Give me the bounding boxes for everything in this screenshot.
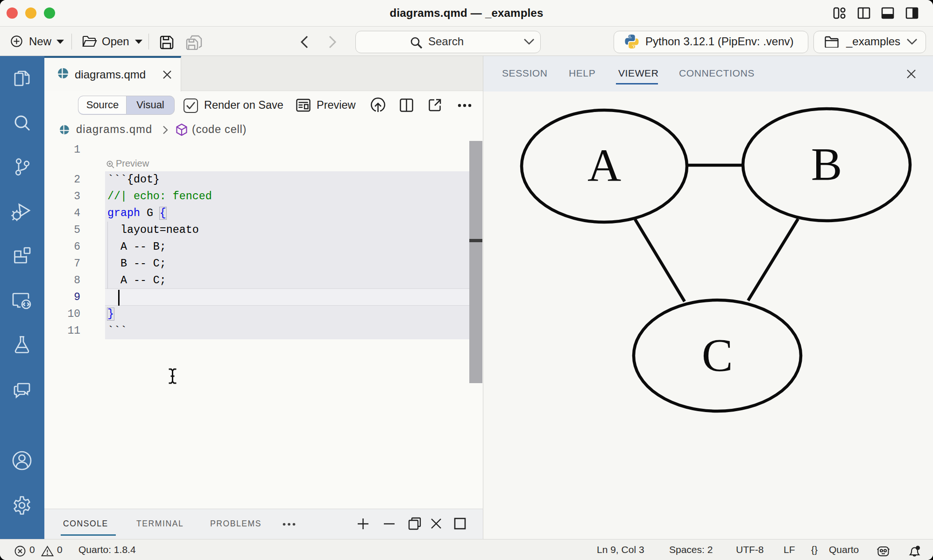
svg-text:B: B xyxy=(811,138,842,190)
svg-text:A: A xyxy=(587,140,621,191)
svg-text:C: C xyxy=(702,329,733,381)
